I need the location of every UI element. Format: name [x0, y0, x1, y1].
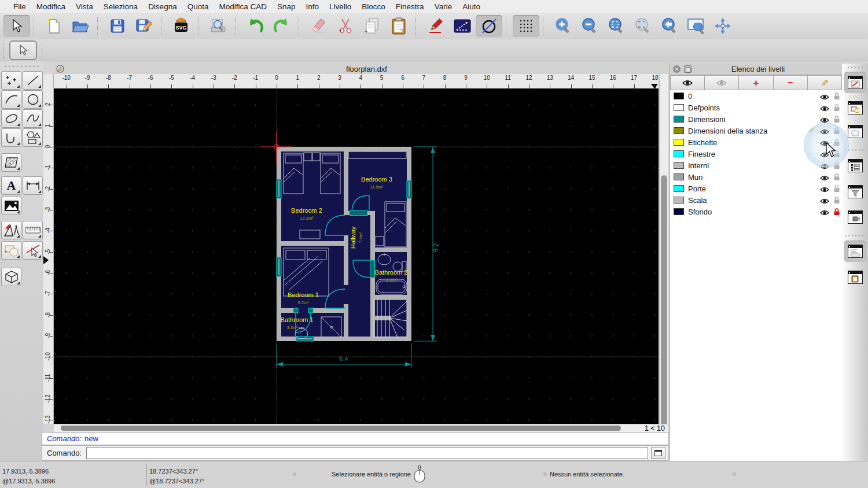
layer-row-scala[interactable]: Scala — [670, 194, 842, 206]
edit-layer-button[interactable]: ✎ — [808, 75, 842, 90]
horizontal-scrollbar[interactable]: 1 < 10 — [54, 424, 668, 432]
layer-row-0[interactable]: 0 — [670, 90, 842, 102]
layer-color-swatch[interactable] — [674, 208, 684, 215]
modify-shapes-tool-button[interactable] — [1, 241, 21, 260]
polyline-tool-button[interactable] — [1, 128, 21, 147]
layer-row-porte[interactable]: Porte — [670, 183, 842, 194]
save-as-button[interactable] — [131, 15, 157, 37]
layer-lock-icon[interactable] — [833, 103, 840, 114]
svg-export-button[interactable]: SVG — [168, 15, 194, 37]
layer-lock-icon[interactable] — [833, 196, 840, 206]
layer-lock-icon[interactable] — [833, 92, 840, 102]
arc-tool-button[interactable] — [1, 90, 21, 109]
text-tool-button[interactable]: A — [1, 176, 21, 195]
menu-finestra[interactable]: Finestra — [391, 2, 429, 11]
layer-color-swatch[interactable] — [674, 93, 684, 99]
layer-color-swatch[interactable] — [674, 150, 684, 157]
menu-livello[interactable]: Livello — [324, 2, 356, 11]
line-tool-button[interactable] — [23, 71, 43, 90]
save-button[interactable] — [104, 15, 131, 37]
modify-tool-button[interactable] — [23, 241, 43, 260]
layer-lock-icon[interactable] — [833, 184, 840, 195]
delete-button[interactable] — [306, 15, 332, 37]
menu-blocco[interactable]: Blocco — [356, 2, 391, 11]
restrict-nothing-button[interactable] — [476, 15, 502, 37]
shape-tool-button[interactable] — [23, 128, 43, 147]
add-layer-button[interactable]: + — [739, 75, 773, 90]
block-list-button[interactable] — [844, 97, 866, 119]
layer-row-dimensioni-della-stanza[interactable]: Dimensioni della stanza✎ — [670, 125, 842, 136]
restrict-orthogonal-button[interactable] — [449, 15, 476, 37]
drawing-canvas[interactable]: 9.2 6.4 Bedroom 2 12.3m² Bedroom 3 11.5m… — [54, 88, 659, 424]
layer-visibility-eye-icon[interactable] — [820, 208, 829, 219]
menu-disegna[interactable]: Disegna — [143, 2, 182, 11]
zoom-out-button[interactable] — [576, 15, 603, 37]
menu-file[interactable]: File — [8, 2, 31, 11]
dock-drag-handle[interactable] — [847, 66, 864, 68]
menu-modifica-cad[interactable]: Modifica CAD — [214, 2, 272, 11]
property-editor-button[interactable] — [844, 72, 866, 93]
layer-color-swatch[interactable] — [674, 116, 684, 123]
menu-snap[interactable]: Snap — [272, 2, 301, 11]
point-tool-button[interactable] — [1, 71, 21, 90]
selection-arrow-button[interactable] — [3, 15, 30, 37]
show-all-layers-button[interactable] — [670, 75, 705, 90]
layer-color-swatch[interactable] — [674, 162, 684, 169]
layer-color-swatch[interactable] — [674, 139, 684, 146]
command-panel-toggle-button[interactable] — [651, 447, 665, 459]
hide-all-layers-button[interactable] — [705, 75, 739, 90]
new-file-button[interactable] — [41, 15, 67, 37]
menu-varie[interactable]: Varie — [429, 2, 458, 11]
layer-row-defpoints[interactable]: Defpoints — [670, 102, 842, 113]
draw-pen-button[interactable] — [422, 15, 449, 37]
pan-button[interactable] — [709, 15, 736, 37]
layer-row-interni[interactable]: Interni — [670, 160, 842, 171]
detach-panel-icon[interactable] — [684, 65, 692, 73]
layer-row-dimensioni[interactable]: Dimensioni — [670, 113, 842, 125]
layer-row-etichette[interactable]: Etichette — [670, 136, 842, 148]
layer-lock-icon[interactable] — [833, 115, 840, 125]
grid-toggle-button[interactable] — [513, 15, 539, 37]
library-browser-button[interactable] — [844, 155, 866, 176]
previous-view-button[interactable] — [656, 15, 683, 37]
circle-tool-button[interactable] — [23, 90, 43, 109]
layer-color-swatch[interactable] — [674, 127, 684, 134]
command-line-button[interactable] — [844, 241, 866, 262]
measure-tool-button[interactable] — [23, 221, 43, 239]
view-3d-tool-button[interactable] — [1, 268, 21, 286]
open-file-button[interactable] — [67, 15, 94, 37]
print-preview-button[interactable] — [205, 15, 231, 37]
layer-color-swatch[interactable] — [674, 185, 684, 192]
vertical-scrollbar-thumb[interactable] — [661, 175, 667, 432]
dimension-tool-button[interactable] — [23, 176, 43, 195]
redo-button[interactable] — [269, 15, 295, 37]
layer-list-button[interactable] — [844, 121, 866, 142]
vertical-scrollbar[interactable] — [659, 74, 668, 432]
menu-info[interactable]: Info — [301, 2, 325, 11]
cut-button[interactable]: + — [332, 15, 359, 37]
spline-tool-button[interactable] — [23, 109, 43, 128]
clipboard-panel-button[interactable] — [844, 267, 866, 288]
zoom-selection-button[interactable] — [630, 15, 656, 37]
selection-filter-button[interactable] — [844, 181, 866, 202]
layer-lock-icon[interactable] — [833, 208, 840, 218]
menu-aiuto[interactable]: Aiuto — [457, 2, 486, 11]
command-input[interactable] — [86, 447, 648, 459]
menu-vista[interactable]: Vista — [71, 2, 98, 11]
current-tool-button[interactable] — [9, 40, 37, 60]
menu-modifica[interactable]: Modifica — [31, 2, 71, 11]
layer-lock-icon[interactable] — [833, 161, 840, 172]
zoom-in-button[interactable] — [550, 15, 576, 37]
ellipse-tool-button[interactable] — [1, 109, 21, 128]
zoom-window-button[interactable] — [683, 15, 709, 37]
close-icon[interactable]: ✕ — [673, 65, 681, 73]
undo-button[interactable] — [242, 15, 269, 37]
layer-lock-icon[interactable] — [833, 173, 840, 183]
horizontal-scrollbar-thumb[interactable] — [61, 426, 621, 431]
document-title-bar[interactable]: floorplan.dxf — [54, 64, 668, 74]
image-tool-button[interactable] — [1, 197, 21, 215]
remove-layer-button[interactable]: − — [774, 75, 808, 90]
layer-row-sfondo[interactable]: Sfondo — [670, 206, 842, 217]
auto-zoom-button[interactable] — [603, 15, 630, 37]
copy-button[interactable]: + — [359, 15, 385, 37]
